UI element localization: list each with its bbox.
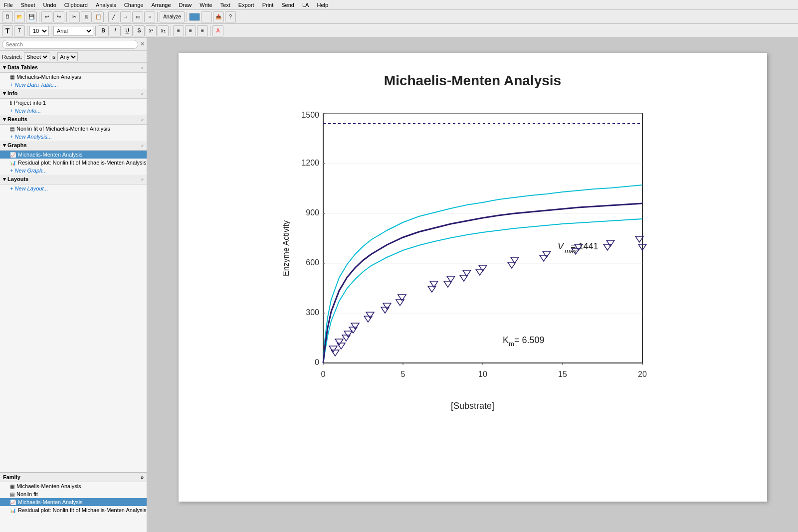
canvas-area: Michaelis-Menten Analysis Enzyme Activit… (147, 38, 798, 532)
family-nonlin-icon: ▤ (10, 492, 14, 497)
section-layouts-expand[interactable]: » (141, 177, 144, 182)
analyze-btn[interactable]: Analyze (160, 11, 185, 22)
tree-item-new-analysis[interactable]: + New Analysis... (0, 133, 147, 141)
paste-btn[interactable]: 📋 (93, 11, 104, 22)
tree-item-nonlin-result[interactable]: ▤ Nonlin fit of Michaelis-Menten Analysi… (0, 125, 147, 133)
add-graph-label: + New Graph... (10, 168, 47, 174)
search-bar: ✕ (0, 38, 147, 51)
align-left-btn[interactable]: ≡ (173, 25, 184, 36)
new-btn[interactable]: 🗒 (2, 11, 13, 22)
tree-item-new-data-table[interactable]: + New Data Table... (0, 81, 147, 89)
arrow-btn[interactable]: → (120, 11, 131, 22)
family-item-residual[interactable]: 📊 Residual plot: Nonlin fit of Michaelis… (0, 506, 147, 514)
menu-change[interactable]: Change (124, 2, 144, 8)
menu-analysis[interactable]: Analysis (96, 2, 116, 8)
cut-btn[interactable]: ✂ (69, 11, 80, 22)
redo-btn[interactable]: ↪ (53, 11, 64, 22)
rect-btn[interactable]: ▭ (132, 11, 143, 22)
section-results[interactable]: ▾ Results » (0, 115, 147, 125)
menu-send[interactable]: Send (281, 2, 294, 8)
align-right-btn[interactable]: ≡ (197, 25, 208, 36)
subscript-btn[interactable]: x₂ (158, 25, 169, 36)
italic-btn[interactable]: I (110, 25, 121, 36)
superscript-btn[interactable]: x² (146, 25, 157, 36)
menu-print[interactable]: Print (262, 2, 274, 8)
svg-rect-0 (323, 114, 642, 363)
any-select[interactable]: Any (57, 52, 78, 61)
color-fill-btn[interactable] (189, 13, 200, 21)
strikethrough-btn[interactable]: S (134, 25, 145, 36)
section-info[interactable]: ▾ Info » (0, 89, 147, 99)
section-layouts[interactable]: ▾ Layouts » (0, 175, 147, 184)
menu-draw[interactable]: Draw (179, 2, 192, 8)
section-info-expand[interactable]: » (141, 91, 144, 96)
line-btn[interactable]: ╱ (108, 11, 119, 22)
section-layouts-arrow: ▾ (3, 176, 6, 182)
family-item-nonlin[interactable]: ▤ Nonlin fit (0, 490, 147, 498)
add-analysis-label: + New Analysis... (10, 134, 52, 140)
text-T-btn[interactable]: T (2, 25, 13, 36)
svg-text:600: 600 (306, 258, 319, 267)
section-data-tables[interactable]: ▾ Data Tables » (0, 63, 147, 73)
color-line-btn[interactable] (201, 11, 212, 22)
font-size-select[interactable]: 101214 (29, 26, 49, 36)
svg-text:5: 5 (400, 370, 405, 378)
circle-btn[interactable]: ○ (144, 11, 155, 22)
text-t-btn[interactable]: T (14, 25, 25, 36)
svg-text:0: 0 (315, 358, 319, 366)
menu-help[interactable]: Help (317, 2, 328, 8)
tree-item-project-info[interactable]: ℹ Project info 1 (0, 99, 147, 107)
help-question-btn[interactable]: ? (225, 11, 236, 22)
table-icon: ▦ (10, 74, 14, 80)
add-info-label: + New Info... (10, 108, 41, 114)
menu-undo[interactable]: Undo (43, 2, 56, 8)
svg-text:900: 900 (306, 208, 319, 217)
tree-item-graph-michaelis[interactable]: 📈 Michaelis-Menten Analysis (0, 151, 147, 159)
export-btn[interactable]: 📤 (213, 11, 224, 22)
toolbar-row1: 🗒 📂 💾 ↩ ↪ ✂ ⎘ 📋 ╱ → ▭ ○ Analyze 📤 ? (0, 10, 798, 24)
filter-bar: Restrict: Sheet is Any (0, 51, 147, 63)
align-center-btn[interactable]: ≡ (185, 25, 196, 36)
underline-btn[interactable]: U (122, 25, 133, 36)
section-dt-label: Data Tables (7, 64, 38, 70)
menu-text[interactable]: Text (220, 2, 230, 8)
menu-clipboard[interactable]: Clipboard (64, 2, 88, 8)
family-item-graph[interactable]: 📈 Michaelis-Menten Analysis (0, 498, 147, 506)
tree-item-new-graph[interactable]: + New Graph... (0, 167, 147, 175)
font-family-select[interactable]: Arial (53, 26, 93, 36)
restrict-select[interactable]: Sheet (24, 52, 49, 61)
menu-write[interactable]: Write (200, 2, 212, 8)
undo-btn[interactable]: ↩ (41, 11, 52, 22)
menu-la[interactable]: LA (302, 2, 309, 8)
info-icon: ℹ (10, 100, 12, 106)
section-graphs-expand[interactable]: » (141, 143, 144, 148)
svg-text:300: 300 (306, 308, 319, 317)
family-item-table[interactable]: ▦ Michaelis-Menten Analysis (0, 482, 147, 490)
search-input[interactable] (2, 40, 138, 49)
menu-export[interactable]: Export (238, 2, 254, 8)
family-header[interactable]: Family » (0, 473, 147, 482)
menu-file[interactable]: File (4, 2, 13, 8)
section-graphs[interactable]: ▾ Graphs » (0, 141, 147, 151)
tree-item-new-info[interactable]: + New Info... (0, 107, 147, 115)
bold-btn[interactable]: B (98, 25, 109, 36)
copy-btn[interactable]: ⎘ (81, 11, 92, 22)
chart-svg: 0 300 600 900 1200 1500 (283, 104, 662, 393)
family-panel: Family » ▦ Michaelis-Menten Analysis ▤ N… (0, 472, 147, 532)
tree-item-residual-plot[interactable]: 📊 Residual plot: Nonlin fit of Michaelis… (0, 159, 147, 167)
menu-arrange[interactable]: Arrange (151, 2, 171, 8)
is-label: is (51, 54, 55, 60)
section-dt-expand[interactable]: » (141, 65, 144, 70)
search-clear-btn[interactable]: ✕ (140, 41, 145, 47)
save-btn[interactable]: 💾 (26, 11, 37, 22)
svg-text:= 6.509: = 6.509 (514, 335, 545, 345)
menu-sheet[interactable]: Sheet (21, 2, 35, 8)
svg-text:= 1441: = 1441 (571, 241, 598, 251)
section-results-expand[interactable]: » (141, 117, 144, 122)
text-color-btn[interactable]: A (212, 25, 223, 36)
tree-item-new-layout[interactable]: + New Layout... (0, 184, 147, 192)
family-expand[interactable]: » (141, 474, 144, 480)
tree-item-data-michaelis[interactable]: ▦ Michaelis-Menten Analysis (0, 73, 147, 81)
open-btn[interactable]: 📂 (14, 11, 25, 22)
chart-title: Michaelis-Menten Analysis (384, 73, 561, 89)
